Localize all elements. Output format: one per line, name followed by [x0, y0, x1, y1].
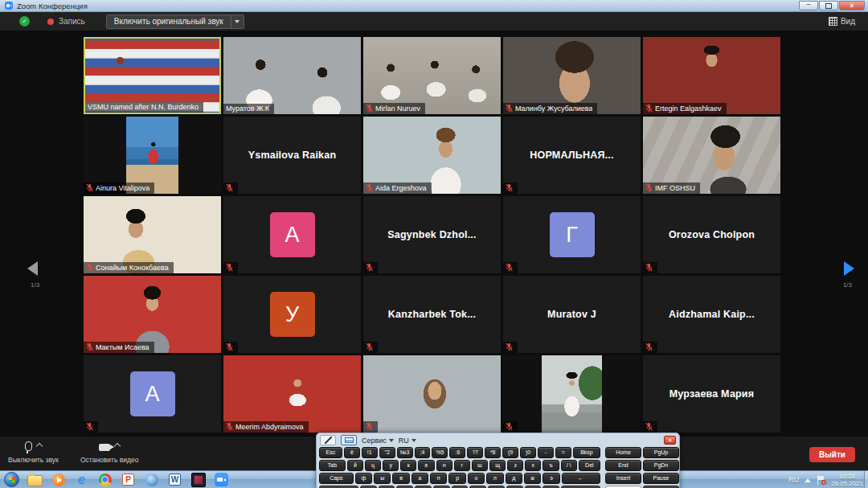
- participant-tile[interactable]: Малинбу Жусубалиева: [503, 37, 641, 114]
- taskbar-icon-explorer[interactable]: [23, 471, 47, 488]
- osk-key[interactable]: ф: [355, 473, 372, 484]
- next-page-arrow[interactable]: [844, 261, 854, 276]
- osk-service-menu[interactable]: Сервис: [362, 437, 394, 445]
- participant-tile[interactable]: Muratov J: [503, 276, 641, 353]
- osk-key[interactable]: ж: [524, 473, 541, 484]
- osk-key[interactable]: / \: [561, 460, 577, 471]
- taskbar-clock[interactable]: 10:28 26.05.2021: [831, 473, 863, 487]
- osk-key[interactable]: PgDn: [643, 460, 679, 471]
- osk-key[interactable]: (9: [502, 447, 518, 458]
- chevron-up-icon[interactable]: [36, 443, 43, 449]
- participant-tile[interactable]: Мактым Исаева: [84, 276, 221, 353]
- osk-key[interactable]: р: [448, 473, 465, 484]
- osk-key[interactable]: ц: [365, 460, 381, 471]
- osk-key[interactable]: End: [605, 460, 641, 471]
- osk-close-button[interactable]: [664, 436, 676, 445]
- osk-key[interactable]: ←: [562, 473, 600, 484]
- participant-tile[interactable]: Meerim Abdyraimova: [223, 355, 361, 433]
- original-sound-dropdown[interactable]: [231, 15, 244, 28]
- taskbar-icon-powerpoint[interactable]: P: [117, 471, 140, 488]
- osk-key[interactable]: ?7: [467, 447, 483, 458]
- osk-key[interactable]: в: [392, 473, 409, 484]
- osk-key[interactable]: Insert: [605, 473, 641, 484]
- taskbar-icon-chrome[interactable]: [93, 471, 117, 488]
- osk-key[interactable]: Caps: [319, 473, 354, 484]
- taskbar-icon-start[interactable]: [0, 471, 23, 488]
- participant-tile[interactable]: [503, 355, 641, 433]
- view-button[interactable]: Вид: [829, 17, 860, 26]
- participant-tile[interactable]: VSMU named after N.N. Burdenko: [84, 37, 221, 114]
- osk-key[interactable]: :6: [449, 447, 465, 458]
- mute-button[interactable]: Выключить звук: [8, 441, 59, 464]
- osk-key[interactable]: п: [430, 473, 447, 484]
- osk-key[interactable]: й: [347, 460, 363, 471]
- participant-tile[interactable]: Ysmailova Raikan: [223, 117, 361, 194]
- osk-key[interactable]: ш: [472, 460, 488, 471]
- minimize-button[interactable]: [799, 1, 818, 10]
- stop-video-button[interactable]: Остановить видео: [80, 441, 138, 464]
- participant-tile[interactable]: Aidzhamal Kaip...: [643, 276, 780, 353]
- close-button[interactable]: [839, 1, 865, 10]
- taskbar-icon-internet-explorer[interactable]: e: [70, 471, 93, 488]
- osk-key[interactable]: №3: [397, 447, 413, 458]
- original-sound-button[interactable]: Включить оригинальный звук: [106, 14, 244, 29]
- osk-key[interactable]: к: [400, 460, 416, 471]
- participant-tile[interactable]: A: [223, 196, 361, 273]
- osk-key[interactable]: *8: [485, 447, 501, 458]
- osk-key[interactable]: х: [525, 460, 541, 471]
- osk-key[interactable]: Bksp: [573, 447, 600, 458]
- participant-tile[interactable]: У: [223, 276, 361, 353]
- osk-key[interactable]: щ: [489, 460, 506, 471]
- participant-tile[interactable]: Aida Ergeshova: [363, 117, 501, 194]
- osk-key[interactable]: о: [468, 473, 485, 484]
- language-indicator[interactable]: RU: [788, 476, 799, 484]
- osk-key[interactable]: Pause: [643, 473, 679, 484]
- participant-tile[interactable]: Mirlan Nuruev: [363, 37, 501, 114]
- osk-key[interactable]: ъ: [542, 460, 559, 471]
- participant-tile[interactable]: [363, 355, 501, 433]
- chevron-up-icon[interactable]: [114, 443, 121, 449]
- osk-key[interactable]: PgUp: [643, 447, 679, 458]
- participant-tile[interactable]: IMF OSHSU: [643, 117, 780, 194]
- osk-key[interactable]: з: [507, 460, 523, 471]
- participant-tile[interactable]: Orozova Cholpon: [643, 196, 780, 273]
- osk-key[interactable]: Home: [605, 447, 641, 458]
- tray-expand-icon[interactable]: [805, 478, 811, 482]
- participant-tile[interactable]: НОРМАЛЬНАЯ...: [503, 117, 641, 194]
- taskbar-icon-media-player[interactable]: [47, 471, 70, 488]
- osk-key[interactable]: !1: [362, 447, 378, 458]
- participant-tile[interactable]: Ertegin Ealgashkaev: [643, 37, 780, 114]
- osk-key[interactable]: л: [486, 473, 503, 484]
- participant-tile[interactable]: Муратов Ж.К: [223, 37, 361, 114]
- participant-tile[interactable]: Ainura Vitalipova: [84, 117, 221, 194]
- leave-meeting-button[interactable]: Выйти: [809, 447, 855, 462]
- taskbar-icon-photoshop[interactable]: [186, 471, 210, 488]
- osk-key[interactable]: %5: [432, 447, 448, 458]
- taskbar-icon-word[interactable]: W: [163, 471, 186, 488]
- osk-key[interactable]: ы: [374, 473, 391, 484]
- previous-page-arrow[interactable]: [27, 261, 38, 276]
- osk-language-menu[interactable]: RU: [399, 437, 416, 445]
- osk-key[interactable]: н: [436, 460, 452, 471]
- maximize-button[interactable]: [819, 1, 838, 10]
- participant-tile[interactable]: А: [84, 355, 221, 433]
- osk-key[interactable]: "2: [379, 447, 395, 458]
- osk-key[interactable]: ё: [344, 447, 360, 458]
- osk-key[interactable]: Del: [579, 460, 600, 471]
- osk-key[interactable]: е: [418, 460, 434, 471]
- taskbar-icon-app-circle[interactable]: [140, 471, 163, 488]
- participant-tile[interactable]: Sagynbek Dzhol...: [363, 196, 501, 273]
- osk-key[interactable]: -: [538, 447, 554, 458]
- handwriting-mode-button[interactable]: [320, 435, 336, 445]
- osk-key[interactable]: )0: [520, 447, 536, 458]
- participant-tile[interactable]: Kanzharbek Tok...: [363, 276, 501, 353]
- osk-key[interactable]: э: [542, 473, 559, 484]
- osk-key[interactable]: г: [454, 460, 470, 471]
- taskbar-icon-zoom[interactable]: [210, 471, 233, 488]
- osk-key[interactable]: ;4: [415, 447, 431, 458]
- osk-key[interactable]: Tab: [319, 460, 346, 471]
- keyboard-mode-button[interactable]: [341, 435, 357, 445]
- show-desktop-button[interactable]: [864, 471, 868, 488]
- osk-key[interactable]: д: [506, 473, 522, 484]
- action-center-flag-icon[interactable]: ×: [817, 475, 825, 485]
